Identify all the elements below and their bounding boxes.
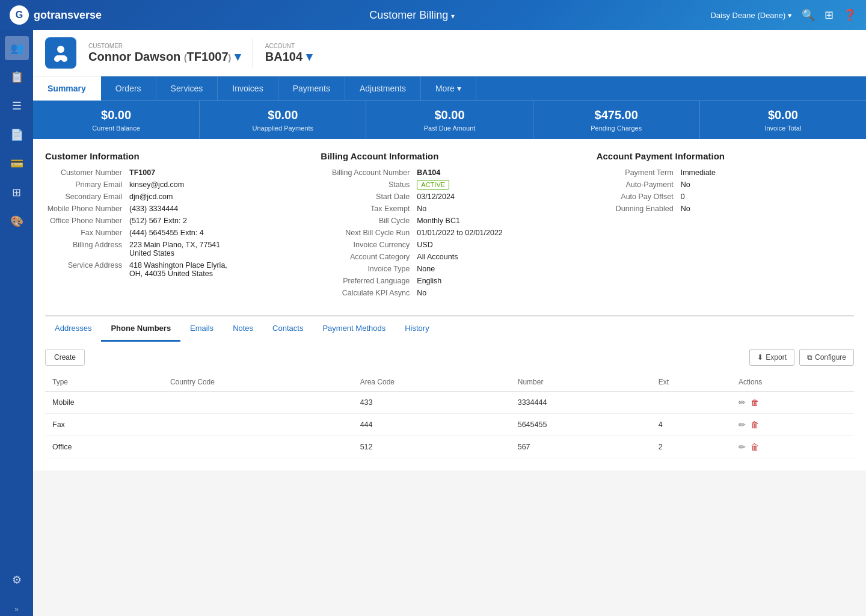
tab-adjustments[interactable]: Adjustments (345, 76, 421, 100)
row-number-2: 5645455 (511, 414, 651, 436)
status-badge: ACTIVE (417, 180, 449, 189)
sidebar-item-palette[interactable]: 🎨 (5, 209, 29, 233)
billing-account-label: Billing Account Number (321, 168, 417, 177)
office-phone-row: Office Phone Number (512) 567 Extn: 2 (45, 217, 302, 225)
export-button[interactable]: ⬇ Export (749, 349, 794, 366)
start-date-value: 03/12/2024 (417, 192, 455, 201)
mobile-phone-row: Mobile Phone Number (433) 3334444 (45, 205, 302, 213)
edit-icon-2[interactable]: ✏ (739, 420, 746, 430)
sidebar-item-list[interactable]: ☰ (5, 94, 29, 118)
row-country-code-2 (163, 414, 353, 436)
kpi-async-label: Calculate KPI Async (321, 289, 417, 297)
service-address-value: 418 Washington Place Elyria,OH, 44035 Un… (129, 261, 227, 278)
row-actions-1: ✏ 🗑 (731, 392, 854, 414)
tab-more[interactable]: More ▾ (421, 76, 476, 100)
table-row: Mobile 433 3334444 ✏ 🗑 (45, 392, 854, 414)
primary-email-label: Primary Email (45, 180, 129, 189)
page-body: Customer Information Customer Number TF1… (33, 139, 866, 470)
edit-icon-3[interactable]: ✏ (739, 442, 746, 452)
sidebar-item-grid[interactable]: ⊞ (5, 180, 29, 205)
kpi-async-row: Calculate KPI Async No (321, 289, 578, 297)
secondary-email-label: Secondary Email (45, 192, 129, 201)
tab-contacts[interactable]: Contacts (263, 316, 313, 342)
fax-number-value: (444) 5645455 Extn: 4 (129, 229, 204, 237)
user-menu[interactable]: Daisy Deane (Deane) ▾ (710, 11, 792, 20)
sidebar-item-file[interactable]: 📄 (5, 123, 29, 147)
stats-bar: $0.00 Current Balance $0.00 Unapplied Pa… (33, 100, 866, 139)
row-country-code-3 (163, 436, 353, 458)
next-bill-run-label: Next Bill Cycle Run (321, 229, 417, 237)
row-type-fax: Fax (45, 414, 163, 436)
payment-information-section: Account Payment Information Payment Term… (597, 151, 854, 301)
tab-payments[interactable]: Payments (278, 76, 345, 100)
tab-history[interactable]: History (395, 316, 438, 342)
auto-pay-offset-row: Auto Pay Offset 0 (597, 192, 854, 201)
row-type-office: Office (45, 436, 163, 458)
tab-orders[interactable]: Orders (101, 76, 156, 100)
row-area-code-2: 444 (353, 414, 511, 436)
payment-term-value: Immediate (681, 168, 716, 177)
edit-icon-1[interactable]: ✏ (739, 398, 746, 407)
billing-address-value: 223 Main Plano, TX, 77541United States (129, 241, 220, 257)
delete-icon-3[interactable]: 🗑 (751, 442, 759, 452)
billing-information-section: Billing Account Information Billing Acco… (321, 151, 578, 301)
customer-number-value: TF1007 (129, 168, 155, 177)
auto-payment-value: No (681, 180, 690, 189)
service-address-row: Service Address 418 Washington Place Ely… (45, 261, 302, 278)
tab-phone-numbers[interactable]: Phone Numbers (101, 316, 180, 342)
tab-summary[interactable]: Summary (33, 76, 101, 100)
export-icon: ⬇ (757, 353, 763, 362)
dunning-enabled-value: No (681, 205, 690, 213)
sidebar-item-documents[interactable]: 📋 (5, 65, 29, 89)
sidebar-item-card[interactable]: 💳 (5, 152, 29, 176)
sidebar: 👥 📋 ☰ 📄 💳 ⊞ 🎨 ⚙ » (0, 30, 33, 616)
info-sections: Customer Information Customer Number TF1… (45, 151, 854, 301)
stat-current-balance: $0.00 Current Balance (33, 101, 200, 139)
sidebar-expand-button[interactable]: » (12, 603, 21, 616)
account-dropdown-arrow[interactable]: ▾ (306, 50, 312, 63)
title-dropdown-arrow[interactable]: ▾ (451, 12, 455, 20)
bill-cycle-value: Monthly BC1 (417, 217, 460, 225)
col-country-code: Country Code (163, 373, 353, 392)
row-number-3: 567 (511, 436, 651, 458)
sidebar-item-users[interactable]: 👥 (5, 36, 29, 60)
customer-section-label: CUSTOMER (88, 43, 241, 49)
help-button[interactable]: ❓ (843, 8, 856, 22)
configure-button[interactable]: ⧉ Configure (799, 349, 854, 366)
status-value: ACTIVE (417, 180, 449, 189)
mobile-phone-label: Mobile Phone Number (45, 205, 129, 213)
table-row: Office 512 567 2 ✏ 🗑 (45, 436, 854, 458)
invoice-type-label: Invoice Type (321, 265, 417, 273)
invoice-type-value: None (417, 265, 435, 273)
payment-term-row: Payment Term Immediate (597, 168, 854, 177)
delete-icon-1[interactable]: 🗑 (751, 398, 759, 407)
mobile-phone-value: (433) 3334444 (129, 205, 178, 213)
col-ext: Ext (651, 373, 731, 392)
sidebar-item-settings[interactable]: ⚙ (5, 568, 29, 592)
tab-addresses[interactable]: Addresses (45, 316, 101, 342)
delete-icon-2[interactable]: 🗑 (751, 420, 759, 430)
tab-notes[interactable]: Notes (223, 316, 263, 342)
bottom-tab-nav: Addresses Phone Numbers Emails Notes Con… (45, 315, 854, 342)
primary-email-row: Primary Email kinsey@jcd.com (45, 180, 302, 189)
tab-payment-methods[interactable]: Payment Methods (313, 316, 395, 342)
row-number-1: 3334444 (511, 392, 651, 414)
office-phone-value: (512) 567 Extn: 2 (129, 217, 187, 225)
account-id-display[interactable]: BA104 ▾ (265, 49, 312, 64)
phone-numbers-table: Type Country Code Area Code Number Ext A… (45, 373, 854, 458)
tab-invoices[interactable]: Invoices (218, 76, 278, 100)
customer-dropdown-arrow[interactable]: ▾ (235, 50, 241, 63)
nav-right-area: Daisy Deane (Deane) ▾ 🔍 ⊞ ❓ (710, 8, 856, 22)
main-layout: 👥 📋 ☰ 📄 💳 ⊞ 🎨 ⚙ » CUSTOMER Connor (0, 30, 866, 616)
apps-button[interactable]: ⊞ (825, 8, 834, 22)
create-button[interactable]: Create (45, 349, 85, 366)
auto-payment-row: Auto-Payment No (597, 180, 854, 189)
col-actions: Actions (731, 373, 854, 392)
app-name: gotransverse (34, 9, 102, 22)
tab-services[interactable]: Services (156, 76, 218, 100)
stat-past-due: $0.00 Past Due Amount (366, 101, 533, 139)
search-button[interactable]: 🔍 (802, 8, 815, 22)
customer-name-display[interactable]: Connor Dawson (TF1007) ▾ (88, 49, 241, 64)
tab-emails[interactable]: Emails (180, 316, 223, 342)
app-logo[interactable]: G gotransverse (10, 5, 102, 25)
